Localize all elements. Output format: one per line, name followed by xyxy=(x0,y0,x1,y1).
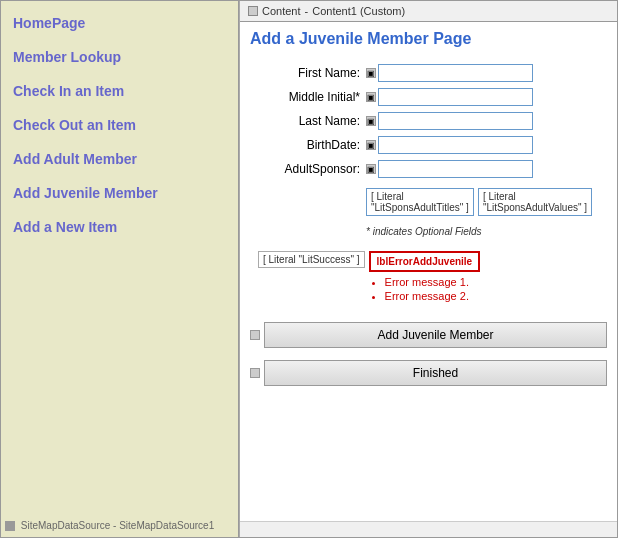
content-icon xyxy=(248,6,258,16)
content-separator: - xyxy=(305,5,309,17)
add-button-icon xyxy=(250,330,260,340)
sidebar-item-check-out[interactable]: Check Out an Item xyxy=(5,111,234,139)
add-button-row: Add Juvenile Member xyxy=(250,322,607,348)
optional-note: * indicates Optional Fields xyxy=(366,226,607,237)
birthdate-input-wrapper: ▣ xyxy=(366,136,533,154)
first-name-icon: ▣ xyxy=(366,68,376,78)
error-list: Error message 1. Error message 2. xyxy=(369,276,481,302)
content-title: Content xyxy=(262,5,301,17)
sidebar-item-add-juvenile[interactable]: Add Juvenile Member xyxy=(5,179,234,207)
content-header: Content - Content1 (Custom) xyxy=(240,1,617,22)
birthdate-row: BirthDate: ▣ xyxy=(250,136,607,154)
last-name-icon: ▣ xyxy=(366,116,376,126)
sidebar: HomePage Member Lookup Check In an Item … xyxy=(1,1,239,537)
error-message-1: Error message 1. xyxy=(385,276,481,288)
middle-initial-icon: ▣ xyxy=(366,92,376,102)
sponsor-titles-box: [ Literal"LitSponsAdultTitles" ] xyxy=(366,188,474,216)
middle-initial-input[interactable] xyxy=(378,88,533,106)
middle-initial-input-wrapper: ▣ xyxy=(366,88,533,106)
sitemap-icon xyxy=(5,521,15,531)
content-subtitle: Content1 (Custom) xyxy=(312,5,405,17)
content-body: Add a Juvenile Member Page First Name: ▣… xyxy=(240,22,617,521)
first-name-row: First Name: ▣ xyxy=(250,64,607,82)
error-label-box: lblErrorAddJuvenile xyxy=(369,251,481,272)
first-name-input-wrapper: ▣ xyxy=(366,64,533,82)
adult-sponsor-input[interactable] xyxy=(378,160,533,178)
sidebar-item-check-in[interactable]: Check In an Item xyxy=(5,77,234,105)
content-area: Content - Content1 (Custom) Add a Juveni… xyxy=(239,1,617,537)
adult-sponsor-label: AdultSponsor: xyxy=(250,162,360,176)
finished-button-icon xyxy=(250,368,260,378)
sponsor-boxes-row: [ Literal"LitSponsAdultTitles" ] [ Liter… xyxy=(366,188,607,216)
page-title: Add a Juvenile Member Page xyxy=(250,30,607,48)
birthdate-label: BirthDate: xyxy=(250,138,360,152)
finished-button-row: Finished xyxy=(250,360,607,386)
lit-success-box: [ Literal "LitSuccess" ] xyxy=(258,251,365,268)
add-juvenile-button[interactable]: Add Juvenile Member xyxy=(264,322,607,348)
birthdate-input[interactable] xyxy=(378,136,533,154)
sidebar-item-add-new-item[interactable]: Add a New Item xyxy=(5,213,234,241)
sponsor-values-box: [ Literal"LitSponsAdultValues" ] xyxy=(478,188,592,216)
adult-sponsor-row: AdultSponsor: ▣ xyxy=(250,160,607,178)
form-section: First Name: ▣ Middle Initial* ▣ xyxy=(250,64,607,386)
sidebar-item-add-adult[interactable]: Add Adult Member xyxy=(5,145,234,173)
last-name-input[interactable] xyxy=(378,112,533,130)
finished-button[interactable]: Finished xyxy=(264,360,607,386)
sidebar-item-homepage[interactable]: HomePage xyxy=(5,9,234,37)
middle-initial-row: Middle Initial* ▣ xyxy=(250,88,607,106)
bottom-bar xyxy=(240,521,617,537)
adult-sponsor-input-wrapper: ▣ xyxy=(366,160,533,178)
status-row: [ Literal "LitSuccess" ] lblErrorAddJuve… xyxy=(250,251,607,304)
error-message-2: Error message 2. xyxy=(385,290,481,302)
adult-sponsor-icon: ▣ xyxy=(366,164,376,174)
sitemap-label: SiteMapDataSource - SiteMapDataSource1 xyxy=(5,520,214,531)
first-name-input[interactable] xyxy=(378,64,533,82)
first-name-label: First Name: xyxy=(250,66,360,80)
last-name-row: Last Name: ▣ xyxy=(250,112,607,130)
middle-initial-label: Middle Initial* xyxy=(250,90,360,104)
sidebar-item-member-lookup[interactable]: Member Lookup xyxy=(5,43,234,71)
last-name-label: Last Name: xyxy=(250,114,360,128)
birthdate-icon: ▣ xyxy=(366,140,376,150)
last-name-input-wrapper: ▣ xyxy=(366,112,533,130)
